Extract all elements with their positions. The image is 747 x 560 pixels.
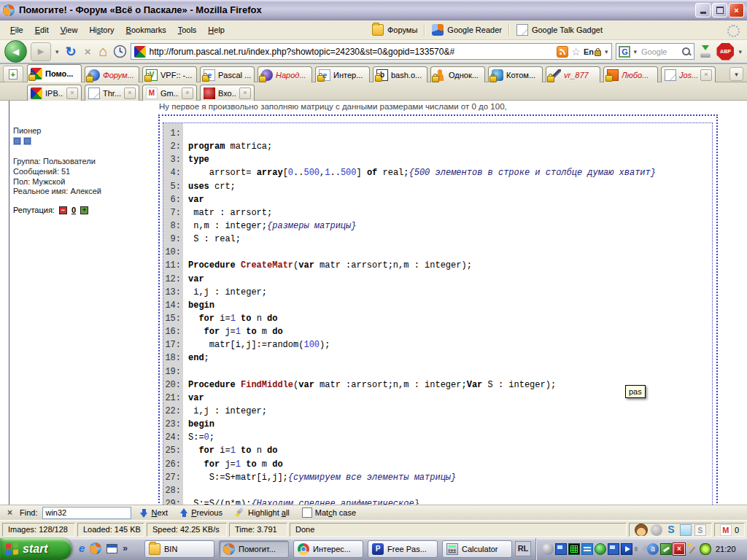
gmail-icon[interactable]	[720, 524, 732, 536]
match-case-checkbox[interactable]: Match case	[298, 507, 360, 518]
reputation-plus-button[interactable]: +	[80, 206, 88, 214]
tab[interactable]: vr_877	[546, 66, 600, 82]
menu-edit[interactable]: Edit	[29, 23, 55, 37]
tab[interactable]: Форум...	[85, 66, 139, 82]
bookmark-item[interactable]: Google Reader	[427, 23, 507, 37]
menu-view[interactable]: View	[55, 23, 84, 37]
find-previous-button[interactable]: Previous	[177, 508, 226, 518]
tab[interactable]: Вхо...×	[200, 85, 255, 101]
skype-icon[interactable]	[665, 524, 677, 536]
monkey-icon[interactable]	[635, 524, 648, 537]
new-tab-button[interactable]: +	[3, 66, 23, 82]
task-button[interactable]: Интерес...	[293, 540, 363, 558]
home-button[interactable]: ⌂	[96, 43, 109, 60]
tab[interactable]: IPB...×	[27, 85, 82, 101]
reputation-value[interactable]: 0	[71, 206, 76, 214]
download-manager-icon[interactable]	[698, 45, 713, 58]
circle-icon[interactable]	[651, 524, 662, 536]
url-bar[interactable]: http://forum.pascal.net.ru/index.php?sho…	[131, 43, 612, 60]
net-tray-icon[interactable]	[608, 543, 619, 555]
search-input[interactable]	[640, 47, 679, 57]
search-engine-dropdown-icon[interactable]: ▾	[632, 48, 638, 55]
url-text[interactable]: http://forum.pascal.net.ru/index.php?sho…	[149, 47, 554, 57]
history-clock-icon[interactable]	[113, 44, 127, 58]
refresh-button[interactable]: ↻	[63, 44, 79, 60]
menu-history[interactable]: History	[83, 23, 120, 37]
tab[interactable]: Gm...×	[142, 85, 197, 101]
play-tray-icon[interactable]	[621, 543, 632, 555]
find-close-icon[interactable]: ×	[5, 508, 15, 518]
tab[interactable]: Помо...	[27, 64, 82, 82]
search-icon[interactable]	[681, 47, 692, 57]
tab[interactable]: Любо...	[603, 66, 658, 82]
url-dropdown-icon[interactable]: ▾	[604, 48, 609, 55]
bluesq-icon[interactable]	[680, 524, 692, 536]
find-next-button[interactable]: Next	[136, 508, 171, 518]
tab[interactable]: Народ...	[258, 66, 312, 82]
tab-close-icon[interactable]: ×	[66, 88, 78, 99]
net-tray-icon[interactable]	[555, 543, 567, 555]
tab[interactable]: VPF:: -...	[142, 66, 197, 82]
grays-icon[interactable]	[694, 524, 706, 536]
tab[interactable]: Интер...	[315, 66, 370, 82]
redx-tray-icon[interactable]	[673, 543, 685, 555]
stop-button[interactable]: ×	[82, 45, 93, 58]
tab[interactable]: Однок...	[430, 66, 485, 82]
firefox-quicklaunch-icon[interactable]	[90, 542, 101, 554]
all-tabs-dropdown[interactable]: ▾	[729, 67, 743, 81]
tab-close-icon[interactable]: ×	[124, 88, 136, 99]
line-number: 7:	[163, 206, 181, 219]
translate-badge[interactable]: En	[584, 47, 601, 56]
speaker-tray-icon[interactable]	[634, 543, 646, 555]
grid-tray-icon[interactable]	[568, 543, 580, 555]
printer-tray-icon[interactable]	[595, 543, 606, 555]
language-indicator[interactable]: RL	[515, 541, 531, 556]
tab[interactable]: bash.o...	[373, 66, 427, 82]
abee-tray-icon[interactable]	[647, 543, 659, 555]
task-button[interactable]: Помогит...	[219, 540, 289, 558]
find-input[interactable]	[42, 507, 131, 519]
wand-tray-icon[interactable]	[686, 543, 698, 555]
bookmark-item[interactable]: Форумы	[367, 23, 422, 37]
restore-button[interactable]	[712, 3, 727, 18]
adblock-icon[interactable]: ABP	[716, 43, 734, 61]
tab-close-icon[interactable]: ×	[239, 88, 251, 99]
highlight-all-button[interactable]: Highlight all	[231, 507, 293, 518]
bookmark-item[interactable]: Google Talk Gadget	[511, 23, 608, 37]
tab-label: Форум...	[103, 71, 134, 79]
sphere-tray-icon[interactable]	[542, 543, 554, 555]
gmail-notifier[interactable]: 0	[714, 523, 745, 537]
forward-button[interactable]: ▶	[31, 42, 51, 61]
tab[interactable]: Котом...	[488, 66, 543, 82]
tab-close-icon[interactable]: ×	[182, 88, 193, 99]
history-dropdown-icon[interactable]: ▾	[55, 48, 60, 55]
ie-quicklaunch-icon[interactable]: e	[79, 542, 85, 554]
task-button[interactable]: Calculator	[442, 540, 512, 558]
menu-file[interactable]: File	[4, 23, 29, 37]
google-engine-icon[interactable]: G	[619, 46, 630, 58]
tab[interactable]: Thr...×	[85, 85, 139, 101]
task-button[interactable]: Free Pas...	[368, 540, 438, 558]
toolbar-overflow-icon[interactable]: ▾	[738, 48, 743, 55]
checkbox-icon[interactable]	[302, 508, 312, 518]
back-button[interactable]: ◀	[4, 40, 27, 63]
menu-tools[interactable]: Tools	[172, 23, 203, 37]
tab[interactable]: Pascal ...	[200, 66, 255, 82]
tab-close-icon[interactable]: ×	[700, 69, 712, 81]
quicklaunch-overflow-icon[interactable]: »	[123, 543, 128, 553]
eye-tray-icon[interactable]	[700, 543, 711, 555]
ccs-tray-icon[interactable]	[581, 543, 593, 555]
menu-help[interactable]: Help	[202, 23, 231, 37]
bookmark-star-icon[interactable]: ☆	[571, 46, 581, 58]
close-button[interactable]: ×	[729, 3, 744, 18]
window-quicklaunch-icon[interactable]	[107, 544, 117, 553]
search-box[interactable]: G ▾	[616, 43, 694, 60]
green-tray-icon[interactable]	[660, 543, 672, 555]
reputation-minus-button[interactable]: −	[59, 206, 67, 214]
rss-icon[interactable]	[557, 46, 568, 58]
minimize-button[interactable]	[695, 3, 711, 18]
tab[interactable]: Jos...×	[661, 66, 716, 82]
task-button[interactable]: BIN	[144, 540, 214, 558]
menu-bookmarks[interactable]: Bookmarks	[120, 23, 172, 37]
start-button[interactable]: start	[0, 538, 71, 560]
